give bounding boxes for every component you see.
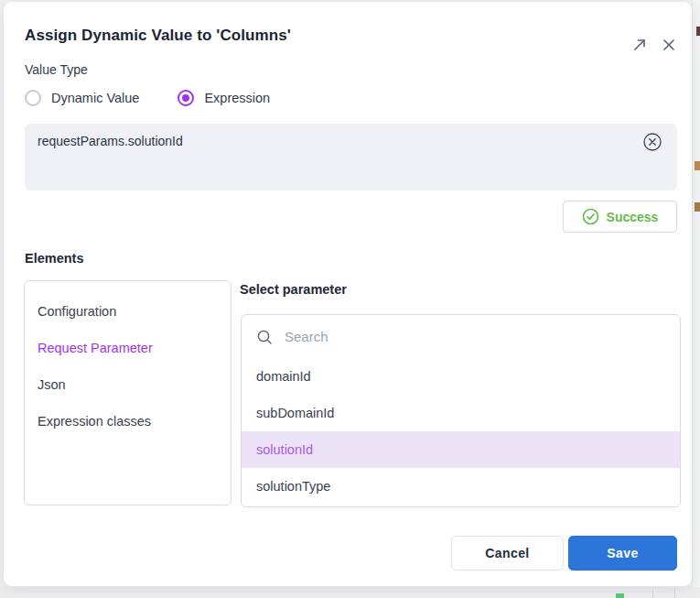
clear-expression-icon[interactable] bbox=[642, 132, 662, 152]
select-parameter-heading: Select parameter bbox=[240, 282, 347, 297]
background-table-line bbox=[674, 590, 675, 598]
radio-label: Dynamic Value bbox=[51, 91, 139, 105]
element-item-request-parameter[interactable]: Request Parameter bbox=[38, 341, 153, 355]
screen: Assign Dynamic Value to 'Columns' Value … bbox=[0, 0, 700, 598]
parameter-item-domainid[interactable]: domainId bbox=[242, 358, 680, 395]
success-label: Success bbox=[607, 210, 659, 224]
expression-value: requestParams.solutionId bbox=[38, 134, 183, 148]
element-item-json[interactable]: Json bbox=[38, 377, 66, 392]
search-icon bbox=[256, 329, 273, 345]
close-icon[interactable] bbox=[661, 37, 677, 53]
element-item-configuration[interactable]: Configuration bbox=[38, 304, 116, 319]
expression-editor[interactable]: requestParams.solutionId bbox=[25, 124, 677, 190]
parameter-search-input[interactable] bbox=[285, 329, 665, 344]
value-type-label: Value Type bbox=[25, 62, 88, 77]
elements-list: Configuration Request Parameter Json Exp… bbox=[24, 280, 232, 506]
save-button[interactable]: Save bbox=[568, 536, 677, 571]
radio-expression[interactable]: Expression bbox=[178, 90, 270, 106]
parameter-list: domainId subDomainId solutionId solution… bbox=[241, 314, 681, 507]
radio-circle-unselected-icon bbox=[25, 90, 41, 106]
value-type-radio-group: Dynamic Value Expression bbox=[25, 90, 270, 106]
parameter-item-solutionid[interactable]: solutionId bbox=[242, 431, 680, 468]
expand-icon[interactable] bbox=[631, 37, 648, 53]
background-table-line bbox=[652, 590, 653, 598]
background-page-edge bbox=[692, 0, 700, 598]
radio-dynamic-value[interactable]: Dynamic Value bbox=[25, 90, 139, 106]
cancel-button[interactable]: Cancel bbox=[451, 536, 564, 571]
parameter-item-subdomainid[interactable]: subDomainId bbox=[242, 395, 680, 431]
parameter-search-row bbox=[242, 315, 680, 358]
radio-label: Expression bbox=[204, 91, 270, 105]
assign-dynamic-value-dialog: Assign Dynamic Value to 'Columns' Value … bbox=[4, 2, 692, 586]
success-status-button[interactable]: Success bbox=[563, 201, 677, 233]
background-fragment bbox=[616, 593, 624, 598]
elements-heading: Elements bbox=[25, 251, 83, 266]
dialog-title: Assign Dynamic Value to 'Columns' bbox=[25, 27, 291, 45]
element-item-expression-classes[interactable]: Expression classes bbox=[38, 414, 151, 429]
background-fragment bbox=[695, 161, 700, 170]
background-fragment bbox=[696, 27, 700, 36]
background-fragment bbox=[695, 202, 700, 212]
background-page-edge bbox=[0, 587, 700, 598]
radio-circle-selected-icon bbox=[178, 90, 194, 106]
check-circle-icon bbox=[582, 208, 599, 225]
parameter-item-solutiontype[interactable]: solutionType bbox=[242, 468, 680, 505]
